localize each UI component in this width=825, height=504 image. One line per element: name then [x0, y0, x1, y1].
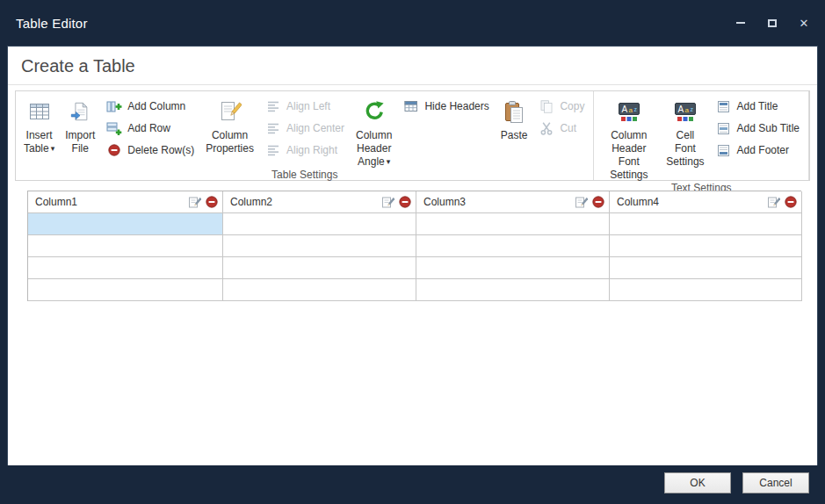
table-cell[interactable]	[28, 235, 223, 257]
minimize-button[interactable]	[734, 16, 748, 30]
column-header-label: Column2	[230, 196, 381, 208]
column-header-font-icon	[618, 97, 640, 126]
add-column-icon	[106, 99, 122, 114]
column-header: Column1	[28, 191, 223, 213]
cut-icon	[539, 121, 554, 135]
title-actions: Add Title Add Sub Title Add Footer	[710, 94, 806, 157]
hide-headers-button[interactable]: Hide Headers	[403, 99, 488, 113]
add-sub-title-button[interactable]: Add Sub Title	[716, 121, 800, 135]
titlebar: Table Editor ✕	[0, 0, 825, 46]
add-footer-button[interactable]: Add Footer	[716, 143, 800, 157]
table-cell[interactable]	[610, 235, 802, 257]
window-title: Table Editor	[16, 16, 734, 31]
table-cell[interactable]	[416, 257, 610, 279]
text-settings-group: Column Header Font Settings Cell Font Se…	[594, 91, 809, 180]
column-header: Column2	[223, 191, 416, 213]
window-controls: ✕	[734, 16, 811, 30]
edit-column-icon[interactable]	[767, 196, 780, 209]
column-header-label: Column3	[423, 196, 575, 208]
ok-button[interactable]: OK	[664, 472, 731, 493]
add-title-icon	[716, 100, 732, 113]
editable-table: Column1 Column2 Column3	[27, 191, 801, 301]
align-left-icon	[265, 99, 281, 113]
dialog-footer: OK Cancel	[0, 465, 825, 504]
add-footer-icon	[716, 144, 732, 157]
ribbon: Insert Table▾ Import File Add Column	[15, 90, 810, 181]
edit-column-icon[interactable]	[575, 196, 588, 209]
dropdown-arrow-icon: ▾	[51, 142, 55, 155]
column-header-font-settings-button[interactable]: Column Header Font Settings	[597, 94, 661, 182]
column-header-label: Column4	[617, 196, 767, 208]
import-file-button[interactable]: Import File	[60, 94, 100, 155]
main-panel: Create a Table Insert Table▾ Import File	[7, 46, 818, 465]
table-area: Column1 Column2 Column3	[8, 181, 817, 465]
delete-icon	[106, 144, 122, 156]
align-right-icon	[265, 143, 281, 157]
table-cell[interactable]	[416, 235, 610, 257]
maximize-button[interactable]	[765, 16, 779, 30]
align-right-button: Align Right	[265, 143, 344, 157]
page-title: Create a Table	[8, 47, 817, 85]
table-cell[interactable]	[28, 279, 223, 301]
clipboard-actions: Copy Cut	[532, 94, 590, 135]
column-header-label: Column1	[35, 196, 188, 208]
insert-table-button[interactable]: Insert Table▾	[18, 94, 60, 155]
table-cell[interactable]	[610, 213, 802, 235]
alignment-actions: Align Left Align Center Align Right	[259, 94, 351, 157]
column-header: Column3	[416, 191, 610, 213]
table-cell[interactable]	[610, 279, 802, 301]
delete-column-icon[interactable]	[785, 196, 797, 208]
column-header: Column4	[610, 191, 802, 213]
copy-button: Copy	[539, 99, 584, 113]
align-left-button: Align Left	[265, 99, 344, 113]
delete-column-icon[interactable]	[592, 196, 604, 208]
rotate-arrow-icon	[363, 97, 386, 126]
add-sub-title-icon	[716, 122, 732, 135]
add-row-icon	[106, 121, 122, 136]
cancel-button[interactable]: Cancel	[742, 472, 809, 493]
insert-table-icon	[28, 97, 51, 126]
cell-font-icon	[674, 97, 697, 126]
table-cell[interactable]	[223, 213, 416, 235]
table-cell[interactable]	[28, 213, 223, 235]
align-center-icon	[265, 121, 281, 135]
minimize-icon	[736, 22, 745, 24]
edit-column-icon[interactable]	[381, 196, 394, 209]
delete-column-icon[interactable]	[399, 196, 411, 208]
column-properties-button[interactable]: Column Properties	[200, 94, 259, 155]
column-properties-icon	[219, 97, 242, 126]
import-file-icon	[69, 97, 90, 126]
add-title-button[interactable]: Add Title	[716, 99, 800, 113]
maximize-icon	[768, 19, 777, 27]
table-cell[interactable]	[610, 257, 802, 279]
table-settings-group: Insert Table▾ Import File Add Column	[16, 91, 594, 180]
hide-headers-icon	[403, 99, 419, 113]
paste-button[interactable]: Paste	[496, 94, 533, 142]
table-cell[interactable]	[223, 279, 416, 301]
row-column-actions: Add Column Add Row Delete Row(s)	[100, 94, 200, 157]
add-row-button[interactable]: Add Row	[106, 121, 194, 135]
column-header-angle-button[interactable]: Column Header Angle▾	[351, 94, 397, 169]
copy-icon	[539, 99, 554, 114]
cut-button: Cut	[539, 121, 584, 135]
table-cell[interactable]	[28, 257, 223, 279]
edit-column-icon[interactable]	[188, 196, 201, 209]
header-visibility-actions: Hide Headers	[397, 94, 495, 113]
add-column-button[interactable]: Add Column	[106, 99, 194, 113]
table-cell[interactable]	[223, 257, 416, 279]
delete-column-icon[interactable]	[206, 196, 218, 208]
table-cell[interactable]	[223, 235, 416, 257]
table-cell[interactable]	[416, 279, 610, 301]
delete-rows-button[interactable]: Delete Row(s)	[106, 143, 194, 157]
table-editor-window: Table Editor ✕ Create a Table Insert Tab…	[0, 0, 825, 504]
dropdown-arrow-icon: ▾	[387, 155, 391, 169]
paste-icon	[503, 97, 525, 126]
align-center-button: Align Center	[265, 121, 344, 135]
close-icon: ✕	[800, 18, 809, 29]
table-cell[interactable]	[416, 213, 610, 235]
cell-font-settings-button[interactable]: Cell Font Settings	[661, 94, 709, 169]
close-button[interactable]: ✕	[797, 16, 811, 30]
